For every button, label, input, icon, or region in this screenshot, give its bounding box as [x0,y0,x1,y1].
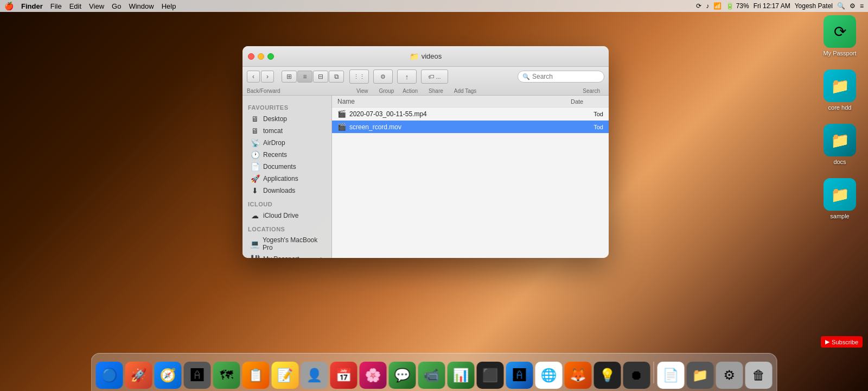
group-button[interactable]: ⋮⋮ [349,70,369,84]
search-input[interactable] [532,73,599,80]
menubar-go[interactable]: Go [112,2,121,10]
sidebar-item-recents[interactable]: 🕐 Recents [245,149,329,161]
table-row[interactable]: 🎬 2020-07-03_00-11-55.mp4 Tod [332,108,609,121]
backforward-label: Back/Forward [247,88,275,94]
menubar-help[interactable]: Help [162,2,176,10]
desktop-icon-timemachine[interactable]: ⟳ My Passport [818,15,861,56]
share-label: Share [429,88,443,94]
sidebar-item-mypassport[interactable]: 💾 My Passport ⏏ [245,253,329,258]
dock-clipboard[interactable]: 📋 [242,362,270,389]
dock-appstore[interactable]: 🅰 [506,362,533,389]
dock-filemanager[interactable]: 📁 [687,362,714,389]
subscribe-button[interactable]: ▶ Subscribe [821,336,863,348]
file-list: Name Date 🎬 2020-07-03_00-11-55.mp4 Tod … [332,96,609,258]
sidebar-item-applications[interactable]: 🚀 Applications [245,173,329,185]
dock-finder[interactable]: 🔵 [96,362,123,389]
icloud-icon: ☁ [250,211,260,220]
search-icon[interactable]: 🔍 [837,2,845,10]
view-buttons: ⊞ ≡ ⊟ ⧉ [282,71,344,83]
view-column-button[interactable]: ⊟ [313,71,328,83]
finder-window: 📁 videos ‹ › ⊞ ≡ ⊟ ⧉ ⋮⋮ ⚙ [242,46,609,258]
dock-obs[interactable]: ⏺ [623,362,650,389]
apple-menu[interactable]: 🍎 [4,2,14,10]
dock-rocket[interactable]: 🅰 [184,362,211,389]
dock-sysprefs[interactable]: ⚙ [716,362,743,389]
dock-launchpad[interactable]: 🚀 [125,362,152,389]
sidebar-item-desktop[interactable]: 🖥 Desktop [245,113,329,125]
sidebar-item-tomcat[interactable]: 🖥 tomcat [245,125,329,137]
clock: Fri 12:17 AM [754,2,790,10]
sidebar-item-downloads[interactable]: ⬇ Downloads [245,185,329,197]
dock-photos[interactable]: 🌸 [360,362,387,389]
back-button[interactable]: ‹ [247,71,260,83]
menubar-window[interactable]: Window [129,2,154,10]
tomcat-icon: 🖥 [250,127,260,135]
sidebar-item-icloud-drive[interactable]: ☁ iCloud Drive [245,210,329,222]
action-button[interactable]: ⚙ [373,70,393,84]
dock-stickies[interactable]: 📝 [272,362,299,389]
macbook-icon: 💻 [250,239,259,248]
mypassport-icon: 💾 [250,255,260,258]
applications-icon: 🚀 [250,174,260,183]
dock-facetime[interactable]: 📹 [418,362,445,389]
dock-maps[interactable]: 🗺 [213,362,240,389]
desktop-icon-corehdd[interactable]: 📁 core hdd [818,70,861,111]
maximize-button[interactable] [267,53,274,60]
menubar-edit[interactable]: Edit [69,2,81,10]
view-gallery-button[interactable]: ⧉ [329,71,344,83]
window-toolbar: ‹ › ⊞ ≡ ⊟ ⧉ ⋮⋮ ⚙ ↑ [242,67,609,96]
file-date: Tod [571,124,603,130]
desktop-icon-sample[interactable]: 📁 sample [818,178,861,219]
view-list-button[interactable]: ≡ [297,71,312,83]
favourites-title: Favourites [242,100,331,113]
nav-buttons: ‹ › [247,71,274,83]
desktop-icon-docs[interactable]: 📁 docs [818,124,861,165]
window-content: Favourites 🖥 Desktop 🖥 tomcat 📡 AirDrop … [242,96,609,258]
dock-intellij[interactable]: 💡 [594,362,621,389]
table-row[interactable]: 🎬 screen_rcord.mov Tod [332,121,609,134]
dock-contacts[interactable]: 👤 [301,362,328,389]
search-icon: 🔍 [522,73,530,80]
share-button[interactable]: ↑ [397,70,417,84]
wifi-icon: 📶 [713,2,722,10]
forward-button[interactable]: › [261,71,274,83]
addtags-button[interactable]: 🏷 ... [421,70,448,84]
eject-icon[interactable]: ⏏ [318,255,324,258]
menubar-file[interactable]: File [50,2,62,10]
dock-terminal[interactable]: ⬛ [477,362,504,389]
dock-safari[interactable]: 🧭 [155,362,182,389]
file-list-header: Name Date [332,96,609,108]
icloud-title: iCloud [242,197,331,210]
menubar-view[interactable]: View [89,2,104,10]
search-box[interactable]: 🔍 [518,71,604,83]
col-name-header: Name [337,98,571,105]
dock-numbers[interactable]: 📊 [448,362,475,389]
dock-trash[interactable]: 🗑 [745,362,773,389]
view-label: View [356,88,368,94]
dock-calendar[interactable]: 📅 [330,362,358,389]
dock-firefox[interactable]: 🦊 [565,362,592,389]
dock-texteditor[interactable]: 📄 [658,362,685,389]
sidebar-item-airdrop[interactable]: 📡 AirDrop [245,137,329,149]
file-name: 2020-07-03_00-11-55.mp4 [349,110,571,118]
dock-messages[interactable]: 💬 [389,362,416,389]
time-machine-icon: ⟳ [696,2,701,10]
control-center-icon[interactable]: ⚙ [850,2,856,10]
minimize-button[interactable] [258,53,264,60]
dock-chrome[interactable]: 🌐 [535,362,563,389]
sidebar-item-documents[interactable]: 📄 Documents [245,161,329,173]
search-label: Search [583,88,600,94]
window-title: 📁 videos [410,52,442,61]
close-button[interactable] [248,53,254,60]
menubar-finder[interactable]: Finder [21,2,43,10]
view-icon-button[interactable]: ⊞ [282,71,297,83]
battery-status: 🔋 73% [726,2,749,10]
folder-icon: 📁 [410,52,419,61]
file-icon: 🎬 [337,123,346,131]
menu-extras-icon[interactable]: ≡ [860,2,864,10]
addtags-label: Add Tags [454,88,477,94]
desktop-icon: 🖥 [250,115,260,123]
audio-icon: ♪ [706,2,709,10]
sidebar-item-macbook[interactable]: 💻 Yogesh's MacBook Pro [245,235,329,253]
file-name: screen_rcord.mov [349,123,571,131]
